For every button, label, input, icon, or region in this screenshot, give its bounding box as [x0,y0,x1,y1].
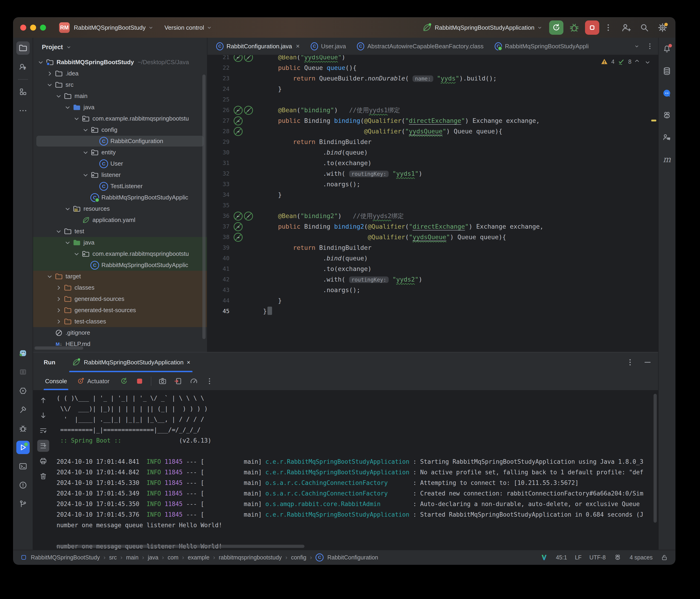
chevron-down-icon[interactable] [82,126,90,134]
tree-row[interactable]: config [33,124,207,136]
breadcrumb[interactable]: RabbitMQSpringBootStudy›src›main›java›co… [20,553,378,561]
tree-row[interactable]: RabbitMQSpringBootStudy~/Desktop/CS/Java [33,56,207,68]
debug-icon[interactable] [16,422,30,435]
maven-icon[interactable]: m [660,153,674,166]
zoom-window-icon[interactable] [40,25,46,31]
breadcrumb-item[interactable]: example [188,554,209,561]
tree-row[interactable]: src [33,79,207,90]
minimize-window-icon[interactable] [30,25,36,31]
tree-row[interactable]: CTestListener [33,181,207,192]
soft-wrap-icon[interactable] [37,425,49,437]
add-user-icon[interactable] [621,22,631,33]
close-icon[interactable]: × [296,43,300,50]
tree-row[interactable]: com.example.rabbitmqspringbootstu [33,248,207,260]
tabs-chevron-down-icon[interactable] [634,43,640,49]
run-tool-window-icon[interactable] [16,441,30,454]
more-actions-icon[interactable] [625,358,635,367]
chevron-down-icon[interactable] [64,206,72,212]
exit-icon[interactable] [174,377,182,386]
editor-tab[interactable]: CAbstractAutowireCapableBeanFactory.clas… [351,38,489,55]
tree-row[interactable]: CRabbitMqSpringBootStudyApplic [33,192,207,203]
project-scrollbar[interactable] [202,74,206,339]
structure-icon[interactable] [16,85,30,98]
chevron-down-icon[interactable] [46,273,54,280]
tree-row[interactable]: generated-test-sources [33,305,207,316]
vcs-menu-button[interactable]: Version control [165,24,212,31]
breadcrumb-item[interactable]: java [148,554,158,561]
editor-tab[interactable]: CUser.java [305,38,351,55]
stop-icon[interactable] [135,377,144,386]
tree-row[interactable]: CUser [33,158,207,169]
tree-row[interactable]: .gitignore [33,327,207,338]
arrow-up-icon[interactable] [37,394,49,406]
run-tab[interactable]: RabbitMqSpringBootStudyApplication × [69,353,193,372]
indent-setting[interactable]: 4 spaces [630,554,653,561]
tree-row[interactable]: application.yaml [33,214,207,226]
more-actions-icon[interactable] [603,23,613,32]
rerun-button[interactable] [549,21,564,35]
tree-row[interactable]: target [33,271,207,282]
editor-tab[interactable]: CRabbitMqSpringBootStudyAppli [489,38,594,55]
bookmarks-icon[interactable] [16,365,30,379]
tree-row[interactable]: entity [33,147,207,158]
console-output[interactable]: ( ( )\___ | '_ | '_| | '_ \/ _` | \ \ \ … [53,390,658,550]
chevron-right-icon[interactable] [55,295,62,303]
stop-button[interactable] [585,21,599,35]
editor-tab[interactable]: CRabbitConfiguration.java× [211,38,305,55]
tabs-more-icon[interactable] [646,42,654,50]
next-problem-icon[interactable] [644,59,650,65]
console-scrollbar[interactable] [654,394,657,523]
project-panel-title[interactable]: Project [42,44,63,51]
tree-row[interactable]: classes [33,282,207,293]
plugin-v-icon[interactable] [540,553,548,561]
close-icon[interactable]: × [187,359,190,366]
run-configuration-selector[interactable]: RabbitMqSpringBootStudyApplication [434,24,543,31]
code-with-me-icon[interactable] [660,131,674,144]
chevron-right-icon[interactable] [55,307,62,314]
git-branch-icon[interactable] [16,497,30,511]
gauge-icon[interactable] [190,377,198,386]
tree-row[interactable]: test-classes [33,316,207,327]
settings-gear-icon[interactable] [657,22,668,33]
more-actions-icon[interactable] [205,377,214,386]
problems-icon[interactable] [16,478,30,492]
chevron-down-icon[interactable] [73,115,80,122]
database-icon[interactable] [660,65,674,78]
console-hscrollbar[interactable] [56,545,304,548]
tree-row[interactable]: java [33,237,207,248]
breadcrumb-item[interactable]: src [109,554,117,561]
tree-row[interactable]: listener [33,169,207,181]
file-encoding[interactable]: UTF-8 [590,554,606,561]
line-separator[interactable]: LF [575,554,581,561]
commit-icon[interactable]: ? [16,60,30,74]
project-hscrollbar[interactable] [34,346,83,350]
code-editor[interactable]: 21←✓ @Bean("yydsQueue")22 public Queue q… [207,55,658,352]
printer-icon[interactable] [37,455,49,467]
mascot-icon[interactable] [16,346,30,360]
rabbitmq-icon[interactable] [660,109,674,122]
tree-row[interactable]: test [33,226,207,237]
inspections-widget[interactable]: 4 8 [601,58,650,65]
minimize-panel-icon[interactable] [643,358,652,367]
unlock-icon[interactable] [660,553,668,561]
tree-row[interactable]: main [33,90,207,102]
breadcrumb-item[interactable]: config [291,554,306,561]
tree-row[interactable]: java [33,102,207,113]
breadcrumb-item[interactable]: RabbitMQSpringBootStudy [31,554,100,561]
tree-row[interactable]: generated-sources [33,293,207,305]
rabbitmq-icon[interactable] [614,553,622,561]
services-icon[interactable] [16,384,30,398]
breadcrumb-item[interactable]: rabbitmqspringbootstudy [219,554,282,561]
breadcrumb-item[interactable]: RabbitConfiguration [327,554,378,561]
project-menu-button[interactable]: RabbitMQSpringBootStudy [74,24,154,31]
breadcrumb-item[interactable]: com [168,554,178,561]
console-view-tab[interactable]: Console [44,372,68,390]
thread-dump-camera-icon[interactable] [158,377,167,386]
debug-button[interactable] [569,22,580,33]
prev-problem-icon[interactable] [635,59,641,65]
more-icon[interactable] [16,104,30,117]
tree-row[interactable]: CRabbitMqSpringBootStudyApplic [33,260,207,271]
chevron-down-icon[interactable] [46,81,54,88]
tree-row[interactable]: CRabbitConfiguration [33,136,207,147]
chevron-down-icon[interactable] [73,250,80,257]
